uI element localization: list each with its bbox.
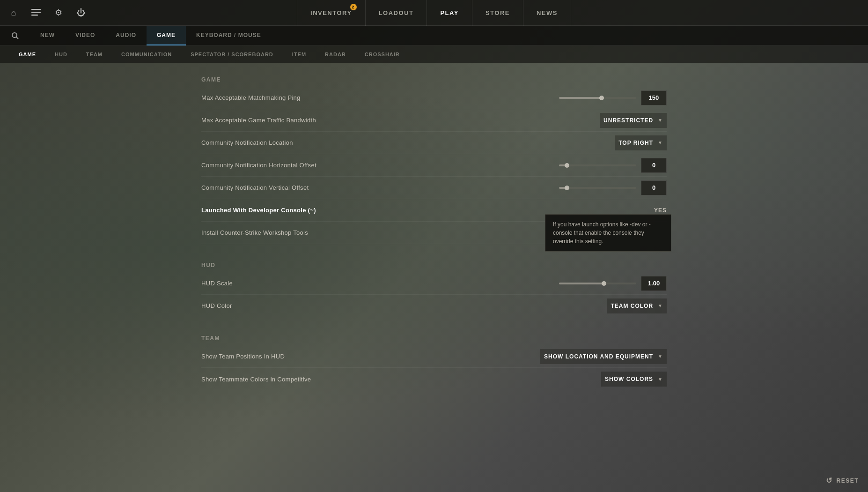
- slider-value-ping[interactable]: 150: [641, 90, 667, 105]
- label-hud-scale: HUD Scale: [201, 280, 233, 287]
- label-hud-color: HUD Color: [201, 302, 232, 309]
- tab-keyboard[interactable]: KEYBOARD / MOUSE: [186, 26, 272, 45]
- slider-thumb[interactable]: [602, 281, 606, 286]
- top-nav: ⌂ ⚙ ⏻ INVENTORY 2 LOADOUT PLAY: [0, 0, 868, 26]
- slider-track[interactable]: [559, 164, 636, 166]
- nav-loadout[interactable]: LOADOUT: [366, 0, 427, 26]
- label-developer-console: Launched With Developer Console (~): [201, 207, 316, 214]
- row-matchmaking-ping: Max Acceptable Matchmaking Ping 150: [201, 87, 667, 109]
- slider-matchmaking-ping[interactable]: 150: [559, 90, 667, 105]
- nav-inventory[interactable]: INVENTORY 2: [297, 0, 366, 26]
- cat-team[interactable]: TEAM: [77, 45, 112, 63]
- slider-track[interactable]: [559, 283, 636, 284]
- svg-rect-2: [31, 15, 38, 16]
- chevron-down-icon: ▼: [658, 118, 663, 123]
- tab-new[interactable]: NEW: [30, 26, 65, 45]
- svg-rect-1: [31, 12, 41, 13]
- row-bandwidth: Max Acceptable Game Traffic Bandwidth UN…: [201, 109, 667, 132]
- label-notification-vert: Community Notification Vertical Offset: [201, 184, 309, 191]
- svg-line-4: [16, 37, 18, 39]
- slider-notification-horiz[interactable]: 0: [559, 158, 667, 173]
- label-notification-location: Community Notification Location: [201, 139, 293, 146]
- main-content: Game Max Acceptable Matchmaking Ping 150…: [0, 63, 868, 492]
- settings-tabs: NEW VIDEO AUDIO GAME KEYBOARD / MOUSE: [30, 26, 272, 45]
- chevron-down-icon: ▼: [658, 377, 663, 382]
- row-teammate-colors: Show Teammate Colors in Competitive SHOW…: [201, 368, 667, 390]
- missions-icon[interactable]: [29, 6, 43, 19]
- chevron-down-icon: ▼: [658, 140, 663, 145]
- nav-play[interactable]: PLAY: [427, 0, 472, 26]
- cat-radar[interactable]: RADAR: [316, 45, 355, 63]
- label-bandwidth: Max Acceptable Game Traffic Bandwidth: [201, 117, 316, 124]
- dropdown-teammate-colors[interactable]: SHOW COLORS ▼: [601, 372, 667, 387]
- label-workshop-tools: Install Counter-Strike Workshop Tools: [201, 229, 308, 236]
- row-hud-scale: HUD Scale 1.00: [201, 272, 667, 295]
- row-developer-console: Launched With Developer Console (~) YES …: [201, 199, 667, 222]
- slider-fill: [559, 97, 602, 99]
- cat-crosshair[interactable]: CROSSHAIR: [355, 45, 409, 63]
- label-matchmaking-ping: Max Acceptable Matchmaking Ping: [201, 94, 301, 101]
- cat-spectator[interactable]: SPECTATOR / SCOREBOARD: [181, 45, 283, 63]
- dropdown-bandwidth[interactable]: UNRESTRICTED ▼: [600, 113, 667, 128]
- nav-store[interactable]: STORE: [472, 0, 523, 26]
- nav-icons-left: ⌂ ⚙ ⏻: [7, 6, 88, 19]
- row-workshop-tools: Install Counter-Strike Workshop Tools: [201, 222, 667, 244]
- label-teammate-colors: Show Teammate Colors in Competitive: [201, 376, 311, 383]
- section-team-header: Team: [201, 327, 667, 345]
- row-notification-vert: Community Notification Vertical Offset 0: [201, 177, 667, 199]
- tab-video[interactable]: VIDEO: [65, 26, 105, 45]
- row-notification-location: Community Notification Location TOP RIGH…: [201, 132, 667, 154]
- slider-fill: [559, 283, 604, 284]
- cat-game[interactable]: GAME: [9, 45, 45, 63]
- row-team-positions: Show Team Positions In HUD SHOW LOCATION…: [201, 345, 667, 368]
- cat-item[interactable]: ITEM: [283, 45, 316, 63]
- cat-hud[interactable]: HUD: [45, 45, 77, 63]
- slider-value-vert[interactable]: 0: [641, 180, 667, 195]
- nav-news[interactable]: NEWS: [523, 0, 571, 26]
- settings-icon[interactable]: ⚙: [52, 6, 65, 19]
- main-nav: INVENTORY 2 LOADOUT PLAY STORE NEWS: [297, 0, 571, 26]
- row-notification-horiz: Community Notification Horizontal Offset…: [201, 154, 667, 177]
- value-developer-console: YES: [654, 207, 667, 214]
- slider-track[interactable]: [559, 187, 636, 189]
- svg-point-3: [12, 33, 17, 37]
- cat-communication[interactable]: COMMUNICATION: [112, 45, 181, 63]
- slider-thumb[interactable]: [565, 163, 569, 168]
- power-icon[interactable]: ⏻: [74, 6, 88, 19]
- label-team-positions: Show Team Positions In HUD: [201, 353, 285, 360]
- slider-thumb[interactable]: [565, 186, 569, 190]
- slider-notification-vert[interactable]: 0: [559, 180, 667, 195]
- tab-audio[interactable]: AUDIO: [105, 26, 147, 45]
- row-hud-color: HUD Color TEAM COLOR ▼: [201, 295, 667, 317]
- home-icon[interactable]: ⌂: [7, 6, 20, 19]
- category-nav: GAME HUD TEAM COMMUNICATION SPECTATOR / …: [0, 45, 868, 63]
- reset-icon: ↺: [826, 476, 833, 485]
- label-notification-horiz: Community Notification Horizontal Offset: [201, 162, 316, 169]
- tab-game[interactable]: GAME: [147, 26, 186, 45]
- slider-hud-scale[interactable]: 1.00: [559, 276, 667, 291]
- section-game-header: Game: [201, 68, 667, 87]
- dropdown-notification-location[interactable]: TOP RIGHT ▼: [615, 135, 667, 150]
- slider-value-hud-scale[interactable]: 1.00: [641, 276, 667, 291]
- inventory-badge: 2: [350, 4, 357, 10]
- settings-nav: NEW VIDEO AUDIO GAME KEYBOARD / MOUSE: [0, 26, 868, 45]
- dropdown-hud-color[interactable]: TEAM COLOR ▼: [607, 298, 667, 313]
- section-hud-header: Hud: [201, 253, 667, 272]
- slider-value-horiz[interactable]: 0: [641, 158, 667, 173]
- chevron-down-icon: ▼: [658, 303, 663, 308]
- slider-thumb[interactable]: [599, 96, 604, 100]
- svg-rect-0: [31, 9, 41, 10]
- reset-button[interactable]: ↺ RESET: [826, 476, 859, 485]
- chevron-down-icon: ▼: [658, 354, 663, 359]
- search-icon[interactable]: [9, 30, 21, 41]
- dropdown-team-positions[interactable]: SHOW LOCATION AND EQUIPMENT ▼: [540, 349, 667, 364]
- slider-track[interactable]: [559, 97, 636, 99]
